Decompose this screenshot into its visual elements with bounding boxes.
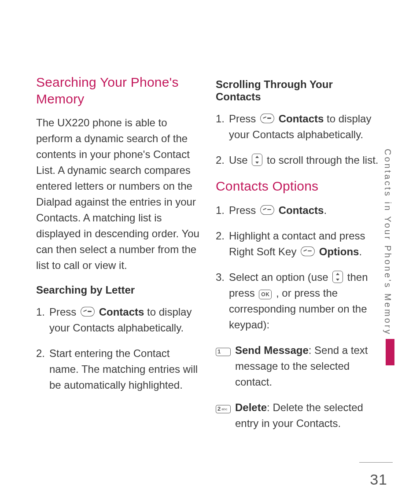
page-number: 31 <box>370 471 387 488</box>
text: to scroll through the list. <box>267 154 378 166</box>
two-column-layout: Searching Your Phone's Memory The UX220 … <box>0 0 420 441</box>
manual-page: Searching Your Phone's Memory The UX220 … <box>0 0 420 504</box>
nav-up-down-icon <box>332 271 343 283</box>
dialpad-key-2-icon: 2abc <box>216 405 231 413</box>
label-contacts: Contacts <box>99 306 144 318</box>
label-contacts: Contacts <box>279 113 324 125</box>
intro-paragraph: The UX220 phone is able to perform a dyn… <box>36 115 201 273</box>
left-column: Searching Your Phone's Memory The UX220 … <box>36 74 201 441</box>
option-label: Delete <box>235 401 267 413</box>
right-soft-key-icon <box>81 307 95 316</box>
step-2: Use to scroll through the list. <box>216 152 380 168</box>
text: Press <box>49 306 79 318</box>
right-soft-key-icon <box>301 246 315 256</box>
text: Press <box>229 113 259 125</box>
label-contacts: Contacts <box>279 204 324 216</box>
right-column: Scrolling Through Your Contacts Press Co… <box>216 74 380 441</box>
option-delete: 2abc Delete: Delete the selected entry i… <box>216 400 380 431</box>
section-heading-searching: Searching Your Phone's Memory <box>36 74 201 107</box>
subheading-scrolling: Scrolling Through Your Contacts <box>216 78 380 103</box>
ok-key-icon: OK <box>259 290 272 299</box>
side-tab-accent <box>386 339 394 365</box>
text: Press <box>229 204 259 216</box>
option-list: 1 Send Message: Send a text message to t… <box>216 342 380 431</box>
nav-up-down-icon <box>252 154 262 166</box>
dialpad-key-1-icon: 1 <box>216 348 231 356</box>
page-number-rule <box>359 462 393 463</box>
section-heading-contacts-options: Contacts Options <box>216 178 380 195</box>
text: . <box>359 246 362 258</box>
step-1: Press Contacts to display your Contacts … <box>36 304 201 336</box>
right-soft-key-icon <box>260 114 274 123</box>
text: . <box>324 204 327 216</box>
step-2: Start entering the Contact name. The mat… <box>36 346 201 393</box>
step-3: Select an option (use then press OK , or… <box>216 269 380 333</box>
step-2: Highlight a contact and press Right Soft… <box>216 228 380 260</box>
step-1: Press Contacts to display your Contacts … <box>216 111 380 143</box>
step-1: Press Contacts. <box>216 202 380 218</box>
scrolling-steps: Press Contacts to display your Contacts … <box>216 111 380 168</box>
option-label: Send Message <box>235 344 309 356</box>
option-send-message: 1 Send Message: Send a text message to t… <box>216 342 380 390</box>
side-tab-label: Contacts in Your Phone's Memory <box>383 149 393 336</box>
right-soft-key-icon <box>260 205 274 215</box>
contacts-options-steps: Press Contacts. Highlight a contact and … <box>216 202 380 333</box>
label-options: Options <box>319 246 359 258</box>
subheading-search-by-letter: Searching by Letter <box>36 284 201 296</box>
search-by-letter-steps: Press Contacts to display your Contacts … <box>36 304 201 393</box>
text: Select an option (use <box>229 271 331 283</box>
text: Use <box>229 154 251 166</box>
